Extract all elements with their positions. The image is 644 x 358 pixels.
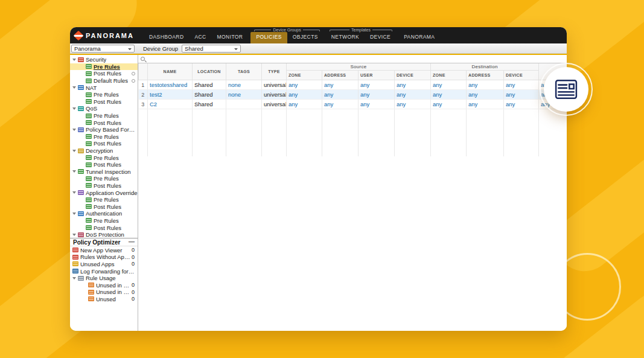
destination-address-link[interactable]: any — [468, 91, 477, 98]
tree-item-appoverride-pre-rules[interactable]: Pre Rules — [70, 196, 138, 203]
tree-item-qos-post-rules[interactable]: Post Rules — [70, 119, 138, 126]
tab-network[interactable]: NETWORK — [326, 32, 365, 43]
source-address-link[interactable]: any — [324, 101, 333, 107]
tree-item-nat-pre-rules[interactable]: Pre Rules — [70, 91, 138, 98]
tab-device[interactable]: DEVICE — [365, 32, 396, 43]
column-header-location[interactable]: LOCATION — [193, 63, 226, 80]
source-user-link[interactable]: any — [360, 82, 369, 88]
destination-device-link[interactable]: any — [506, 91, 515, 98]
optimizer-item-unused-apps[interactable]: Unused Apps0 — [70, 261, 138, 268]
table-row[interactable]: 3 C2 Shared universal any any any any an… — [139, 100, 567, 109]
rule-tags-link[interactable]: none — [228, 91, 241, 98]
source-address-link[interactable]: any — [324, 82, 333, 88]
tree-item-tunnel-pre-rules[interactable]: Pre Rules — [70, 175, 138, 182]
tree-item-decryption-post-rules[interactable]: Post Rules — [70, 161, 138, 168]
optimizer-item-new-app-viewer[interactable]: New App Viewer0 — [70, 246, 138, 254]
column-header-source-address[interactable]: ADDRESS — [322, 71, 359, 80]
tree-item-security-default-rules[interactable]: Default Rules — [70, 77, 138, 85]
tree-group-qos[interactable]: QoS — [70, 105, 138, 112]
column-header-destination-device[interactable]: DEVICE — [504, 71, 539, 80]
rule-name-link[interactable]: C2 — [150, 101, 157, 107]
tree-group-tunnel-inspection[interactable]: Tunnel Inspection — [70, 168, 138, 176]
source-device-link[interactable]: any — [397, 101, 406, 107]
source-device-link[interactable]: any — [397, 91, 406, 98]
context-select[interactable]: Panorama — [71, 45, 135, 53]
destination-device-link[interactable]: any — [506, 101, 515, 107]
optimizer-item-unused-90-days[interactable]: Unused in 90 days0 — [70, 289, 138, 296]
column-header-source-user[interactable]: USER — [359, 71, 395, 80]
tree-item-authentication-post-rules[interactable]: Post Rules — [70, 224, 138, 231]
tree-item-pbf-post-rules[interactable]: Post Rules — [70, 140, 138, 147]
optimizer-item-unused-30-days[interactable]: Unused in 30 days0 — [70, 281, 138, 289]
tree-item-authentication-pre-rules[interactable]: Pre Rules — [70, 217, 138, 225]
templates-bracket: Templates — [326, 27, 396, 32]
tree-group-nat[interactable]: NAT — [70, 84, 138, 91]
tree-group-application-override[interactable]: Application Override — [70, 189, 138, 196]
optimizer-item-rules-without-app-controls[interactable]: Rules Without App Controls0 — [70, 254, 138, 261]
chevron-down-icon[interactable] — [72, 86, 76, 89]
nav-group-main: DASHBOARD ACC MONITOR — [142, 27, 249, 43]
column-header-tags[interactable]: TAGS — [226, 63, 262, 80]
tab-panorama[interactable]: PANORAMA — [398, 32, 440, 43]
rule-name-link[interactable]: testotesshared — [150, 82, 187, 88]
destination-zone-link[interactable]: any — [433, 91, 442, 98]
tree-group-authentication[interactable]: Authentication — [70, 210, 138, 217]
tree-group-pbf[interactable]: Policy Based Forwarding — [70, 126, 138, 133]
column-header-destination-address[interactable]: ADDRESS — [467, 71, 504, 80]
chevron-down-icon[interactable] — [72, 191, 76, 194]
destination-zone-link[interactable]: any — [433, 82, 442, 88]
tree-item-nat-post-rules[interactable]: Post Rules — [70, 98, 138, 106]
destination-zone-link[interactable]: any — [433, 101, 442, 107]
tab-policies[interactable]: POLICIES — [250, 32, 287, 43]
chevron-down-icon[interactable] — [72, 129, 76, 131]
tree-item-tunnel-post-rules[interactable]: Post Rules — [70, 182, 138, 190]
column-header-source-zone[interactable]: ZONE — [287, 71, 322, 80]
source-zone-link[interactable]: any — [289, 101, 298, 107]
chevron-down-icon[interactable] — [72, 59, 76, 61]
table-row[interactable]: 1 testotesshared Shared none universal a… — [139, 80, 567, 90]
panorama-window: PANORAMA DASHBOARD ACC MONITOR Device Gr… — [70, 27, 567, 331]
tab-acc[interactable]: ACC — [189, 32, 211, 43]
source-device-link[interactable]: any — [397, 82, 406, 88]
rules-search-bar[interactable] — [138, 55, 567, 63]
tree-item-appoverride-post-rules[interactable]: Post Rules — [70, 203, 138, 210]
chevron-down-icon[interactable] — [72, 234, 76, 236]
tab-objects[interactable]: OBJECTS — [287, 32, 324, 43]
column-header-type[interactable]: TYPE — [262, 63, 287, 80]
device-group-select[interactable]: Shared — [182, 45, 241, 53]
source-user-link[interactable]: any — [360, 101, 369, 107]
column-header-number[interactable] — [139, 63, 148, 80]
chevron-down-icon[interactable] — [72, 277, 76, 280]
chevron-down-icon[interactable] — [72, 213, 76, 215]
tree-group-decryption[interactable]: Decryption — [70, 147, 138, 155]
optimizer-item-log-forwarding[interactable]: Log Forwarding for Security Se — [70, 267, 138, 275]
tree-group-security[interactable]: Security — [70, 56, 138, 63]
rule-name-link[interactable]: test2 — [150, 91, 162, 98]
tab-monitor[interactable]: MONITOR — [212, 32, 249, 43]
source-user-link[interactable]: any — [360, 91, 369, 98]
collapse-icon[interactable]: — — [129, 239, 135, 245]
source-address-link[interactable]: any — [324, 91, 333, 98]
destination-address-link[interactable]: any — [468, 82, 477, 88]
optimizer-item-unused[interactable]: Unused0 — [70, 296, 138, 303]
destination-device-link[interactable]: any — [506, 82, 515, 88]
tab-dashboard[interactable]: DASHBOARD — [144, 32, 189, 43]
column-header-destination-zone[interactable]: ZONE — [431, 71, 467, 80]
rule-tags-link[interactable]: none — [228, 82, 241, 88]
destination-address-link[interactable]: any — [468, 101, 477, 107]
column-header-source-device[interactable]: DEVICE — [395, 71, 431, 80]
tree-item-pbf-pre-rules[interactable]: Pre Rules — [70, 133, 138, 141]
source-zone-link[interactable]: any — [289, 91, 298, 98]
tree-item-decryption-pre-rules[interactable]: Pre Rules — [70, 154, 138, 161]
tree-item-security-pre-rules[interactable]: Pre Rules — [70, 63, 138, 71]
tree-item-security-post-rules[interactable]: Post Rules — [70, 70, 138, 77]
column-header-name[interactable]: NAME — [148, 63, 193, 80]
table-row[interactable]: 2 test2 Shared none universal any any an… — [139, 90, 567, 100]
chevron-down-icon[interactable] — [72, 170, 76, 173]
chevron-down-icon[interactable] — [72, 107, 76, 110]
tree-item-qos-pre-rules[interactable]: Pre Rules — [70, 112, 138, 120]
tree-group-dos-protection[interactable]: DoS Protection — [70, 231, 138, 238]
source-zone-link[interactable]: any — [289, 82, 298, 88]
optimizer-group-rule-usage[interactable]: Rule Usage — [70, 275, 138, 282]
chevron-down-icon[interactable] — [72, 150, 76, 152]
